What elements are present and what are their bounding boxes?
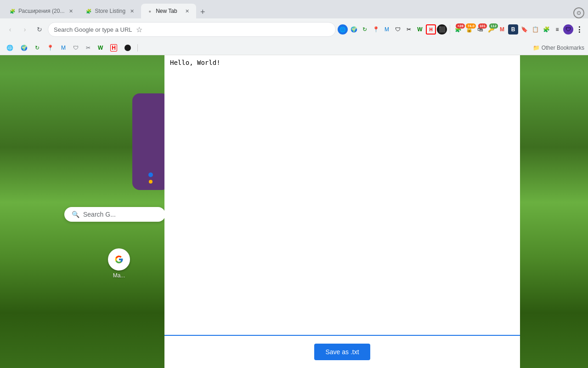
google-favicon	[108, 248, 130, 270]
forward-button[interactable]: ›	[18, 23, 31, 36]
tab-extensions[interactable]: 🧩 Расширения (20... ✕	[4, 4, 80, 18]
toolbar-lock-badge[interactable]: 🔒 74.0	[464, 24, 474, 34]
tab-store[interactable]: 🧩 Store Listing ✕	[80, 4, 141, 18]
bookmark-10[interactable]	[122, 43, 134, 53]
search-icon: 🔍	[72, 211, 79, 218]
toolbar-puzzle-icon[interactable]: 🧩	[541, 24, 551, 34]
tab-extensions-title: Расширения (20...	[18, 8, 64, 14]
bookmark-7[interactable]: ✂	[83, 43, 93, 53]
bookmarks-divider	[137, 44, 138, 52]
tab-store-close[interactable]: ✕	[128, 7, 136, 15]
refresh-button[interactable]: ↻	[33, 23, 46, 36]
newtab-search-area: 🔍 Search G...	[64, 207, 165, 222]
toolbar-icon-refresh[interactable]: ↻	[360, 24, 370, 34]
tab-extensions-close[interactable]: ✕	[67, 7, 74, 15]
bookmark-4[interactable]: 📍	[44, 43, 57, 53]
toolbar-badge-112[interactable]: 🔑 112	[486, 24, 496, 34]
bookmark-1[interactable]: 🌐	[4, 43, 16, 53]
toolbar-b-icon[interactable]: B	[508, 24, 518, 34]
main-content: ⋮⋮ 🛡 🔍 Search G...	[0, 55, 588, 368]
toolbar-icon-pin[interactable]: 📍	[371, 24, 381, 34]
tab-newtab-close[interactable]: ✕	[183, 7, 191, 15]
tab-extensions-favicon: 🧩	[9, 8, 16, 14]
bookmark-star-icon[interactable]: ☆	[136, 25, 142, 34]
tab-newtab-title: New Tab	[156, 8, 181, 14]
back-button[interactable]: ‹	[4, 23, 17, 36]
bookmarks-bar: 🌐 🌍 ↻ 📍 M 🛡 ✂ W H 📁 O	[0, 40, 588, 55]
chrome-frame: 🧩 Расширения (20... ✕ 🧩 Store Listing ✕ …	[0, 0, 588, 55]
toolbar-icon-2[interactable]: 🌍	[349, 24, 359, 34]
lock-count-badge: 74.0	[466, 23, 476, 29]
editor-footer: Save as .txt	[164, 336, 520, 368]
purple-card-dot-blue	[148, 172, 153, 177]
toolbar-gmail-icon[interactable]: M	[497, 24, 507, 34]
tab-store-favicon: 🧩	[85, 8, 92, 14]
other-bookmarks[interactable]: 📁 Other Bookmarks	[533, 45, 584, 51]
save-as-button[interactable]: Save as .txt	[314, 344, 370, 360]
omnibox-text: Search Google or type a URL	[54, 26, 132, 33]
bookmark-9[interactable]: H	[107, 42, 120, 53]
toolbar-icons: 🌐 🌍 ↻ 📍 M 🛡 ✂ W H ⬛ 🧩 +28 🔒 74.0 🛍 101	[338, 24, 584, 34]
tab-newtab-favicon: ●	[147, 8, 153, 14]
google-shortcut[interactable]: Ma...	[108, 248, 130, 279]
bookmark-8[interactable]: W	[95, 43, 106, 53]
toolbar-icon-cut[interactable]: ✂	[404, 24, 414, 34]
toolbar-icon-w[interactable]: W	[415, 24, 425, 34]
chrome-account-icon[interactable]: ⊙	[573, 7, 584, 18]
toolbar-badge-101[interactable]: 🛍 101	[475, 24, 485, 34]
omnibox-bar: ‹ › ↻ Search Google or type a URL ☆ 🌐 🌍 …	[0, 18, 588, 40]
tab-bar: 🧩 Расширения (20... ✕ 🧩 Store Listing ✕ …	[0, 0, 588, 18]
toolbar-icon-shield[interactable]: 🛡	[393, 24, 403, 34]
toolbar-extensions-badge[interactable]: 🧩 +28	[453, 24, 463, 34]
editor-content: Hello, World!	[164, 55, 520, 335]
new-tab-button[interactable]: +	[196, 6, 209, 18]
bookmark-2[interactable]: 🌍	[18, 43, 30, 53]
toolbar-clip-icon[interactable]: 📋	[530, 24, 540, 34]
menu-button[interactable]: ⋮	[574, 24, 584, 34]
bookmark-6[interactable]: 🛡	[70, 43, 81, 53]
toolbar-list-icon[interactable]: ≡	[552, 24, 562, 34]
bookmark-5[interactable]: M	[58, 43, 68, 53]
toolbar-icon-1[interactable]: 🌐	[338, 24, 348, 34]
toolbar-icon-ms[interactable]: M	[382, 24, 392, 34]
purple-card	[132, 93, 169, 190]
toolbar-icon-h[interactable]: H	[426, 24, 436, 34]
tab-store-title: Store Listing	[95, 8, 125, 14]
toolbar-bookmark-ext[interactable]: 🔖	[519, 24, 529, 34]
tab-newtab[interactable]: ● New Tab ✕	[141, 4, 196, 18]
newtab-search-box[interactable]: 🔍 Search G...	[64, 207, 165, 222]
purple-card-dot-yellow	[149, 180, 153, 184]
editor-textarea[interactable]: Hello, World!	[170, 59, 514, 331]
editor-panel: Hello, World! Save as .txt	[164, 55, 520, 368]
toolbar-purple-icon[interactable]: 🛡	[563, 24, 573, 34]
bookmark-3[interactable]: ↻	[32, 43, 42, 53]
other-bookmarks-label: Other Bookmarks	[542, 45, 584, 51]
toolbar-icon-black-square[interactable]: ⬛	[437, 24, 447, 34]
newtab-search-text: Search G...	[83, 211, 116, 218]
omnibox[interactable]: Search Google or type a URL ☆	[48, 22, 336, 37]
google-shortcut-label: Ma...	[113, 272, 125, 279]
toolbar-divider	[450, 25, 450, 34]
